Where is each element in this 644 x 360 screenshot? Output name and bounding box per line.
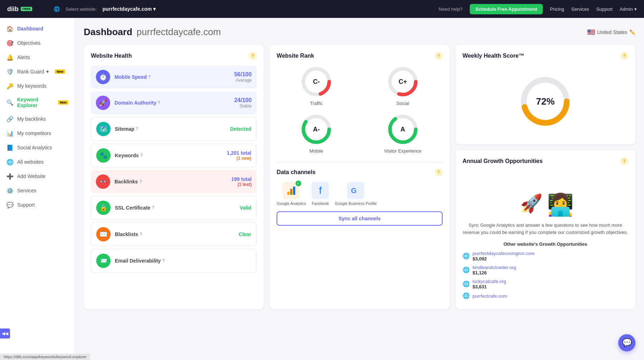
growth-competitor-1[interactable]: 🌐 kindleandclowder.org $1,126 (463, 264, 628, 275)
my-competitors-icon: 📊 (6, 130, 14, 137)
health-item-domain-authority[interactable]: 🚀 Domain Authority ? 24/100 Stable (91, 91, 257, 114)
sidebar-item-support[interactable]: 💬 Support (0, 198, 75, 212)
sidebar-item-services[interactable]: ⚙️ Services (0, 183, 75, 198)
sidebar-item-keyword-explorer[interactable]: 🔍 Keyword Explorer New (0, 93, 75, 112)
website-health-card: Website Health ? ⏱️ Mobile Speed ? 56/10… (84, 45, 264, 309)
competitor-url-2[interactable]: luckycatcafe.org (473, 279, 506, 284)
backlinks-icon: 👓 (96, 174, 110, 189)
weekly-health-help-icon[interactable]: ? (620, 52, 628, 60)
data-channels-help-icon[interactable]: ? (435, 168, 443, 176)
sidebar-item-add-website[interactable]: ➕ Add Website (0, 169, 75, 183)
health-item-blacklists[interactable]: ✉️ Blacklists ? Clear (91, 222, 257, 246)
sync-all-channels-button[interactable]: Sync all channels (277, 211, 442, 226)
sidebar-label-all-websites: All websites (17, 159, 44, 165)
competitor-amount-0: $3,092 (473, 256, 535, 261)
edit-country-icon[interactable]: ✏️ (629, 29, 635, 35)
sidebar-item-objectives[interactable]: 🎯 Objectives (0, 36, 75, 50)
rank-item-mobile[interactable]: A- Mobile (277, 113, 356, 154)
free-badge: FREE (21, 7, 32, 11)
website-selector[interactable]: purrfectdaycafe.com ▾ (102, 6, 156, 12)
schedule-appointment-button[interactable]: Schedule Free Appointment (470, 4, 543, 14)
keywords-label: Keywords ? (115, 153, 227, 158)
globe-icon-2: 🌐 (463, 280, 470, 287)
support-link[interactable]: Support (596, 6, 613, 12)
rank-item-visitor-experience[interactable]: A Visitor Experience (363, 113, 443, 154)
competitor-url-0[interactable]: purrfectdaycafecovington.com (473, 251, 535, 256)
rank-mobile-grade: A- (313, 126, 320, 133)
sidebar-label-keyword-explorer: Keyword Explorer (17, 97, 53, 108)
my-keywords-icon: 🔑 (6, 82, 14, 90)
domain-authority-icon: 🚀 (96, 96, 110, 110)
website-rank-help-icon[interactable]: ? (435, 52, 443, 60)
health-item-keywords[interactable]: 🐾 Keywords ? 1,201 total (1 new) (91, 144, 257, 167)
logo-text: diib (7, 5, 19, 13)
data-channels-section: Data channels ? (277, 162, 442, 226)
competitor-url-1[interactable]: kindleandclowder.org (473, 265, 516, 270)
annual-growth-help-icon[interactable]: ? (620, 157, 628, 165)
chevron-down-icon: ▾ (153, 6, 156, 12)
page-title-area: Dashboard purrfectdaycafe.com (84, 27, 221, 38)
sidebar-item-social-analytics[interactable]: 📘 Social Analytics (0, 140, 75, 155)
health-item-email-deliverability[interactable]: 📨 Email Deliverability ? (91, 249, 257, 273)
health-item-backlinks[interactable]: 👓 Backlinks ? 199 total (1 lost) (91, 170, 257, 193)
need-help-label: Need help? (439, 6, 463, 12)
rank-item-traffic[interactable]: C- Traffic (277, 66, 356, 106)
channel-google-analytics[interactable]: ✓ Google Analytics (277, 182, 306, 206)
health-item-ssl[interactable]: 🔒 SSL Certificate ? Valid (91, 196, 257, 220)
channel-facebook[interactable]: f Facebook (312, 182, 329, 206)
health-item-mobile-speed[interactable]: ⏱️ Mobile Speed ? 56/100 Average (91, 66, 257, 88)
competitor-url-3[interactable]: purrfectcafe.com (473, 293, 507, 299)
select-label: Select website: (65, 6, 97, 12)
social-analytics-icon: 📘 (6, 144, 14, 151)
objectives-icon: 🎯 (6, 39, 14, 47)
services-link[interactable]: Services (571, 6, 589, 12)
sidebar-label-my-keywords: My keywords (17, 83, 47, 89)
rank-donut-social: C+ (387, 66, 419, 98)
sidebar-item-my-keywords[interactable]: 🔑 My keywords (0, 79, 75, 93)
sidebar-item-alerts[interactable]: 🔔 Alerts (0, 50, 75, 64)
growth-competitor-0[interactable]: 🌐 purrfectdaycafecovington.com $3,092 (463, 250, 628, 261)
domain-authority-value: 24/100 Stable (234, 97, 252, 109)
rank-visitor-grade: A (400, 126, 405, 133)
country-area: 🇺🇸 United States ✏️ (587, 28, 635, 36)
sidebar-label-services: Services (17, 188, 36, 193)
sidebar-item-dashboard[interactable]: 🏠 Dashboard (0, 21, 75, 36)
sidebar-item-rank-guard[interactable]: 🛡️ Rank Guard ✦ New (0, 64, 75, 79)
rank-social-label: Social (396, 101, 409, 106)
sidebar-item-all-websites[interactable]: 🌐 All websites (0, 155, 75, 169)
backlinks-label: Backlinks ? (114, 179, 231, 184)
data-channels-title: Data channels ? (277, 168, 442, 176)
page-title: Dashboard (84, 27, 132, 38)
blacklists-value: Clear (239, 231, 251, 237)
channel-google-business[interactable]: G Google Business Profile (335, 182, 377, 206)
sidebar-item-my-competitors[interactable]: 📊 My competitors (0, 126, 75, 140)
domain-authority-label: Domain Authority ? (114, 100, 234, 106)
growth-competitor-3[interactable]: 🌐 purrfectcafe.com (463, 292, 628, 299)
services-icon: ⚙️ (6, 187, 14, 194)
sidebar-collapse-button[interactable]: ◀◀ (0, 328, 10, 339)
sidebar-label-my-backlinks: My backlinks (17, 116, 46, 122)
backlinks-value: 199 total (1 lost) (231, 176, 252, 187)
my-backlinks-icon: 🔗 (6, 115, 14, 123)
rank-grid: C- Traffic C+ Social (277, 66, 442, 154)
website-health-help-icon[interactable]: ? (249, 52, 257, 60)
rank-traffic-grade: C- (313, 78, 320, 86)
mobile-speed-label: Mobile Speed ? (114, 74, 234, 80)
chat-fab-button[interactable]: 💬 (618, 334, 635, 351)
rank-item-social[interactable]: C+ Social (363, 66, 443, 106)
logo-area[interactable]: diib FREE (7, 5, 32, 13)
page-domain: purrfectdaycafe.com (137, 27, 221, 38)
blacklists-icon: ✉️ (96, 227, 111, 241)
health-item-sitemap[interactable]: 🗺️ Sitemap ? Detected (91, 117, 257, 141)
sidebar-label-social-analytics: Social Analytics (17, 145, 52, 150)
weekly-health-score: 72% (536, 96, 555, 107)
pricing-link[interactable]: Pricing (550, 6, 564, 12)
admin-menu[interactable]: Admin ▾ (620, 6, 637, 12)
sitemap-label: Sitemap ? (115, 126, 230, 132)
google-business-label: Google Business Profile (335, 201, 377, 206)
sidebar-label-rank-guard: Rank Guard ✦ (17, 69, 50, 75)
facebook-icon: f (312, 182, 329, 199)
country-flag: 🇺🇸 (587, 28, 595, 36)
sidebar-item-my-backlinks[interactable]: 🔗 My backlinks (0, 112, 75, 126)
growth-competitor-2[interactable]: 🌐 luckycatcafe.org $3,631 (463, 278, 628, 289)
